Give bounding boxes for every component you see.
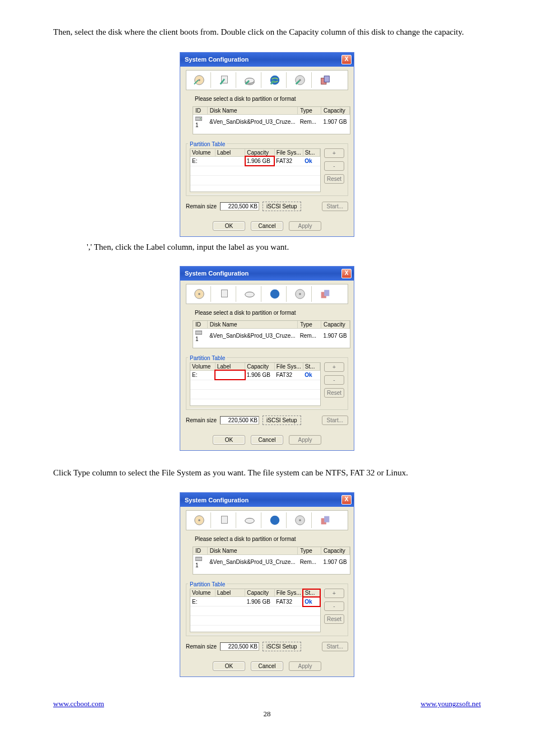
start-button[interactable]: Start... xyxy=(322,642,348,651)
disk-row[interactable]: 1 &Ven_SanDisk&Prod_U3_Cruze... Rem... 1… xyxy=(193,114,350,129)
toolbar-btn-5[interactable] xyxy=(289,512,312,528)
intro-text: Then, select the disk where the client b… xyxy=(53,27,481,38)
partition-row[interactable]: E: 1.906 GB FAT32 Ok xyxy=(190,370,320,380)
start-button[interactable]: Start... xyxy=(322,202,348,211)
add-partition-button[interactable]: + xyxy=(324,148,344,158)
toolbar-btn-4[interactable] xyxy=(264,512,287,528)
toolbar-btn-3[interactable] xyxy=(238,286,261,302)
svg-rect-21 xyxy=(195,331,202,334)
pcol-volume[interactable]: Volume xyxy=(190,149,215,157)
toolbar xyxy=(186,284,348,304)
cancel-button[interactable]: Cancel xyxy=(251,435,283,445)
iscsi-setup-button[interactable]: iSCSI Setup xyxy=(263,416,301,425)
instruction-text: Please select a disk to partition or for… xyxy=(195,536,348,542)
start-button[interactable]: Start... xyxy=(322,416,348,425)
ok-button[interactable]: OK xyxy=(213,221,245,231)
remain-size-label: Remain size xyxy=(186,203,217,209)
svg-point-26 xyxy=(270,516,280,525)
toolbar-btn-2[interactable] xyxy=(213,286,236,302)
dialog-1: System Configuration X Please select a d… xyxy=(180,52,354,237)
filesys-cell: FAT32 xyxy=(274,597,303,606)
pcol-capacity[interactable]: Capacity xyxy=(245,149,275,157)
capacity-cell: 1.906 GB xyxy=(245,597,275,606)
iscsi-setup-button[interactable]: iSCSI Setup xyxy=(263,642,301,651)
cancel-button[interactable]: Cancel xyxy=(251,221,283,231)
close-icon[interactable]: X xyxy=(341,495,352,505)
toolbar-btn-1[interactable] xyxy=(188,286,211,302)
add-partition-button[interactable]: + xyxy=(324,589,344,598)
label-cell xyxy=(215,370,245,380)
caption-1: ',' Then, click the Label column, input … xyxy=(87,242,481,252)
svg-rect-31 xyxy=(195,557,202,561)
cancel-button[interactable]: Cancel xyxy=(251,661,283,671)
add-partition-button[interactable]: + xyxy=(324,362,344,372)
partition-table-title: Partition Table xyxy=(188,355,227,361)
disk-table: ID Disk Name Type Capacity 1 &Ven_SanDis… xyxy=(193,106,350,134)
svg-point-15 xyxy=(245,292,255,297)
ok-button[interactable]: OK xyxy=(213,661,245,671)
pcol-filesys[interactable]: File Sys... xyxy=(274,149,303,157)
reset-button[interactable]: Reset xyxy=(324,614,344,624)
toolbar-btn-2[interactable] xyxy=(213,72,236,88)
filesys-cell: FAT32 xyxy=(274,156,303,166)
col-diskname[interactable]: Disk Name xyxy=(207,107,297,115)
partition-table-title: Partition Table xyxy=(188,581,227,587)
col-id[interactable]: ID xyxy=(193,107,207,115)
svg-point-28 xyxy=(299,519,301,521)
toolbar-btn-2[interactable] xyxy=(213,512,236,528)
toolbar-btn-6[interactable] xyxy=(314,72,336,88)
reset-button[interactable]: Reset xyxy=(324,388,344,398)
svg-point-11 xyxy=(200,118,201,119)
apply-button[interactable]: Apply xyxy=(289,661,321,671)
toolbar-btn-4[interactable] xyxy=(264,72,287,88)
status-cell: Ok xyxy=(303,370,320,380)
pcol-label[interactable]: Label xyxy=(215,149,245,157)
ok-button[interactable]: OK xyxy=(213,435,245,445)
label-cell xyxy=(215,156,245,166)
remain-size-value: 220,500 KB xyxy=(220,202,259,211)
svg-point-23 xyxy=(198,519,200,521)
disk-row[interactable]: 1 &Ven_SanDisk&Prod_U3_Cruze... Rem... 1… xyxy=(193,328,350,343)
iscsi-setup-button[interactable]: iSCSI Setup xyxy=(263,202,301,211)
pcol-status[interactable]: St... xyxy=(303,149,320,157)
toolbar xyxy=(186,70,348,90)
partition-row[interactable]: E: 1.906 GB FAT32 Ok xyxy=(190,597,320,606)
partition-row[interactable]: E: 1.906 GB FAT32 Ok xyxy=(190,156,320,166)
svg-point-13 xyxy=(198,293,200,295)
instruction-text: Please select a disk to partition or for… xyxy=(195,96,348,102)
toolbar-btn-6[interactable] xyxy=(314,512,336,528)
status-cell: Ok xyxy=(303,156,320,166)
svg-point-25 xyxy=(245,518,255,523)
toolbar-btn-3[interactable] xyxy=(238,512,261,528)
footer-link-left[interactable]: www.ccboot.com xyxy=(53,699,104,708)
remove-partition-button[interactable]: - xyxy=(324,375,344,385)
svg-rect-10 xyxy=(195,117,202,120)
close-icon[interactable]: X xyxy=(341,55,352,64)
partition-table: Volume Label Capacity File Sys... St... … xyxy=(190,589,321,632)
svg-point-16 xyxy=(270,289,280,298)
disk-drive-icon xyxy=(195,116,202,122)
apply-button[interactable]: Apply xyxy=(289,435,321,445)
remove-partition-button[interactable]: - xyxy=(324,601,344,611)
toolbar-btn-1[interactable] xyxy=(188,512,211,528)
toolbar-btn-5[interactable] xyxy=(289,72,312,88)
apply-button[interactable]: Apply xyxy=(289,221,321,231)
label-cell xyxy=(215,597,245,606)
col-capacity[interactable]: Capacity xyxy=(321,107,349,115)
reset-button[interactable]: Reset xyxy=(324,174,344,184)
remove-partition-button[interactable]: - xyxy=(324,161,344,171)
caption-2: Click Type column to select the File Sys… xyxy=(53,468,481,479)
toolbar-btn-4[interactable] xyxy=(264,286,287,302)
dialog-2: System Configuration X Please select a d… xyxy=(180,266,354,451)
close-icon[interactable]: X xyxy=(341,269,352,278)
partition-table: Volume Label Capacity File Sys... St... … xyxy=(190,148,321,192)
footer-link-right[interactable]: www.youngzsoft.net xyxy=(421,699,481,708)
svg-rect-9 xyxy=(324,76,329,82)
window-title: System Configuration xyxy=(185,270,249,277)
toolbar-btn-3[interactable] xyxy=(238,72,261,88)
toolbar-btn-1[interactable] xyxy=(188,72,211,88)
toolbar-btn-5[interactable] xyxy=(289,286,312,302)
col-type[interactable]: Type xyxy=(298,107,321,115)
disk-row[interactable]: 1 &Ven_SanDisk&Prod_U3_Cruze... Rem... 1… xyxy=(193,555,350,570)
toolbar-btn-6[interactable] xyxy=(314,286,336,302)
